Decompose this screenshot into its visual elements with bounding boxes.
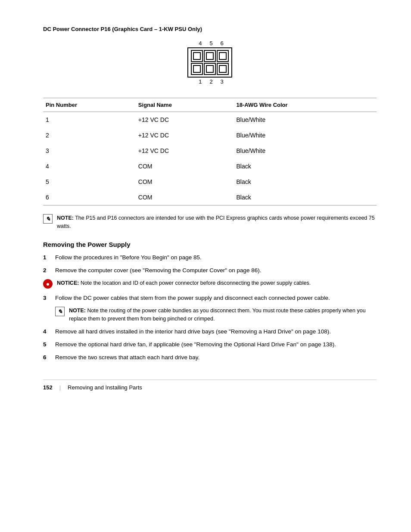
footer-section-name: Removing and Installing Parts: [68, 384, 142, 391]
step-number-2: 2: [43, 266, 50, 275]
connector-title: DC Power Connector P16 (Graphics Card – …: [43, 26, 377, 32]
pin-cell-3: [217, 63, 229, 75]
col-header-color: 18-AWG Wire Color: [234, 98, 377, 112]
cell-pin-1: 2: [43, 128, 136, 143]
cell-color-3: Black: [234, 159, 377, 174]
table-row: 5COMBlack: [43, 174, 377, 190]
list-item: 1Follow the procedures in "Before You Be…: [43, 253, 377, 262]
top-label-5: 5: [209, 40, 212, 47]
table-row: 2+12 VC DCBlue/White: [43, 128, 377, 143]
cell-pin-4: 5: [43, 174, 136, 190]
cell-signal-4: COM: [136, 174, 234, 190]
notice-box: ● NOTICE: Note the location and ID of ea…: [43, 279, 377, 289]
step-text-2: Remove the computer cover (see "Removing…: [55, 266, 377, 275]
step-number-6: 6: [43, 353, 50, 362]
steps-list: 1Follow the procedures in "Before You Be…: [43, 253, 377, 362]
footer-separator: |: [59, 384, 61, 391]
cell-signal-0: +12 VC DC: [136, 112, 234, 128]
step-number-3: 3: [43, 294, 50, 302]
bottom-pin-labels: 1 2 3: [199, 78, 224, 85]
note-label-inline: NOTE:: [69, 308, 86, 314]
cell-signal-2: +12 VC DC: [136, 143, 234, 159]
notice-content: Note the location and ID of each power c…: [81, 280, 311, 286]
note-text-1: NOTE: The P15 and P16 connectors are int…: [57, 214, 377, 230]
step-text-4: Remove all hard drives installed in the …: [55, 327, 377, 336]
cell-pin-3: 4: [43, 159, 136, 174]
note-content-1: The P15 and P16 connectors are intended …: [57, 215, 375, 229]
note-icon-inline: ✎: [55, 307, 65, 316]
list-item: 3Follow the DC power cables that stem fr…: [43, 294, 377, 302]
pin-cell-5: [204, 50, 216, 62]
pin-cell-1: [191, 63, 203, 75]
cell-pin-2: 3: [43, 143, 136, 159]
removing-section-heading: Removing the Power Supply: [43, 241, 377, 248]
col-header-signal: Signal Name: [136, 98, 234, 112]
step-text-6: Remove the two screws that attach each h…: [55, 353, 377, 362]
cell-color-1: Blue/White: [234, 128, 377, 143]
connector-diagram: 4 5 6 1 2 3: [43, 40, 377, 85]
bottom-label-2: 2: [209, 78, 212, 85]
page-footer: 152 | Removing and Installing Parts: [43, 380, 377, 391]
cell-signal-1: +12 VC DC: [136, 128, 234, 143]
note-inline: ✎ NOTE: Note the routing of the power ca…: [55, 307, 377, 323]
note-box-1: ✎ NOTE: The P15 and P16 connectors are i…: [43, 214, 377, 230]
col-header-pin: Pin Number: [43, 98, 136, 112]
note-content-inline: Note the routing of the power cable bund…: [69, 308, 366, 322]
note-text-inline: NOTE: Note the routing of the power cabl…: [69, 307, 377, 323]
step-text-5: Remove the optional hard drive fan, if a…: [55, 340, 377, 349]
cell-pin-0: 1: [43, 112, 136, 128]
step-number-1: 1: [43, 253, 50, 262]
note-icon-1: ✎: [43, 214, 53, 224]
connector-box: [187, 47, 232, 78]
table-row: 4COMBlack: [43, 159, 377, 174]
table-row: 1+12 VC DCBlue/White: [43, 112, 377, 128]
note-label-1: NOTE:: [57, 215, 74, 221]
step-text-3: Follow the DC power cables that stem fro…: [55, 294, 377, 302]
bottom-label-3: 3: [221, 78, 224, 85]
table-row: 6COMBlack: [43, 190, 377, 205]
notice-icon: ●: [43, 279, 53, 289]
pin-cell-6: [217, 50, 229, 62]
cell-color-4: Black: [234, 174, 377, 190]
step-number-4: 4: [43, 327, 50, 336]
table-row: 3+12 VC DCBlue/White: [43, 143, 377, 159]
list-item: 2Remove the computer cover (see "Removin…: [43, 266, 377, 275]
pin-table: Pin Number Signal Name 18-AWG Wire Color…: [43, 98, 377, 205]
cell-color-5: Black: [234, 190, 377, 205]
bottom-label-1: 1: [199, 78, 202, 85]
top-pin-labels: 4 5 6: [199, 40, 224, 47]
notice-text: NOTICE: Note the location and ID of each…: [57, 279, 311, 287]
cell-signal-3: COM: [136, 159, 234, 174]
cell-color-0: Blue/White: [234, 112, 377, 128]
pin-cell-2: [204, 63, 216, 75]
list-item: 6Remove the two screws that attach each …: [43, 353, 377, 362]
cell-signal-5: COM: [136, 190, 234, 205]
pin-cell-4: [191, 50, 203, 62]
list-item: 4Remove all hard drives installed in the…: [43, 327, 377, 336]
list-item: 5Remove the optional hard drive fan, if …: [43, 340, 377, 349]
notice-label: NOTICE:: [57, 280, 79, 286]
step-text-1: Follow the procedures in "Before You Beg…: [55, 253, 377, 262]
page-number: 152: [43, 384, 53, 391]
cell-pin-5: 6: [43, 190, 136, 205]
top-label-4: 4: [199, 40, 202, 47]
cell-color-2: Blue/White: [234, 143, 377, 159]
top-label-6: 6: [221, 40, 224, 47]
step-number-5: 5: [43, 340, 50, 349]
